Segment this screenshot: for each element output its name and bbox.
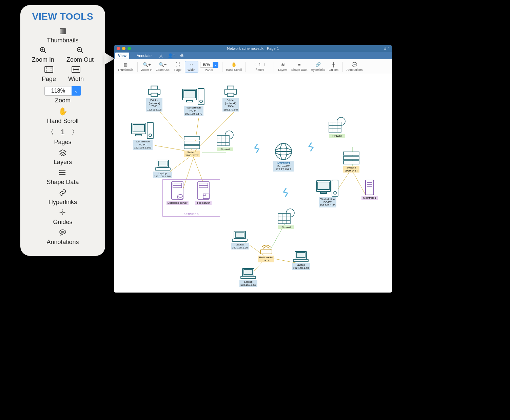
print-icon[interactable]: 🖶 — [180, 53, 184, 58]
svg-rect-54 — [136, 135, 142, 136]
node-internet[interactable]: INTERNET Server-PT172.17.197.2 — [273, 142, 294, 172]
svg-rect-109 — [260, 250, 272, 254]
printer-icon — [146, 84, 162, 98]
node-laptop-4[interactable]: Laptop192.168.1.68 — [292, 251, 310, 270]
tb-layers-button[interactable]: ≋ Layers — [276, 61, 290, 72]
switch-icon — [183, 135, 200, 150]
node-laptop-3[interactable]: Laptop192.168.1.67 — [239, 267, 257, 287]
fit-page-icon: ⛶ — [176, 62, 180, 67]
zoom-out-icon — [75, 46, 85, 54]
tb-zoom-in-button[interactable]: 🔍+ Zoom In — [140, 61, 154, 72]
guides-button[interactable]: Guides — [24, 208, 102, 226]
firewall-icon — [328, 117, 347, 134]
tb-hand-scroll-button[interactable]: ✋ Hand Scroll — [224, 61, 244, 72]
share-icon[interactable]: 👤⁺ — [168, 53, 175, 58]
tb-layers-label: Layers — [278, 68, 288, 72]
node-file-server[interactable]: File server — [195, 181, 212, 205]
node-mainframe[interactable]: Mainframe — [361, 179, 378, 200]
tb-hyperlinks-button[interactable]: 🔗 Hyperlinks — [309, 61, 327, 72]
zoom-dropdown-button[interactable]: ⌄ — [72, 86, 81, 96]
node-label: WorkstationPC-PT192.168.1.172 — [184, 106, 203, 116]
hyperlinks-button[interactable]: Hyperlinks — [24, 188, 102, 206]
node-workstation-1[interactable]: WorkstationPC-PT192.168.1.172 — [182, 88, 205, 116]
page-next-button[interactable]: 〉 — [72, 127, 78, 137]
svg-line-1 — [44, 51, 46, 53]
workstation-icon — [316, 179, 339, 197]
svg-rect-53 — [133, 124, 144, 132]
svg-rect-67 — [158, 161, 167, 166]
node-firewall-bottom[interactable]: Firewall — [277, 208, 296, 229]
node-label: Printer(network)7954192.172.5.8 — [222, 98, 239, 112]
svg-point-8 — [46, 68, 47, 68]
zoom-out-button[interactable]: Zoom Out — [66, 46, 94, 63]
pages-label: Pages — [54, 139, 71, 146]
tb-shape-data-button[interactable]: ≡ Shape Data — [290, 61, 309, 72]
node-label: Laptop192.168.1.68 — [292, 263, 310, 270]
tb-zoom-group: ⌄ Zoom — [198, 61, 220, 73]
svg-rect-45 — [184, 91, 195, 98]
fit-width-button[interactable]: Width — [68, 65, 84, 83]
node-firewall-right[interactable]: Firewall — [328, 117, 347, 138]
canvas[interactable]: Printer (network) 7960 192.168.2.8 Works… — [114, 74, 392, 293]
thumbnails-icon: ▥ — [123, 62, 128, 67]
node-switch-1[interactable]: Switch12960-24TT — [183, 135, 200, 157]
svg-line-5 — [81, 51, 83, 53]
svg-rect-115 — [241, 276, 256, 279]
tab-annotate[interactable]: Annotate — [134, 53, 154, 59]
tb-guides-button[interactable]: ┼ Guides — [327, 61, 340, 72]
node-laptop-2[interactable]: Laptop192.168.1.66 — [231, 230, 249, 249]
fit-page-icon — [44, 65, 54, 74]
laptop-icon — [292, 251, 309, 263]
node-database-server[interactable]: Database server — [166, 181, 189, 205]
node-label: Radiorouter2811 — [258, 256, 274, 262]
node-workstation-3[interactable]: WorkstationPC-PT192.168.1.35 — [316, 179, 339, 207]
servers-group-label: SERVERS — [163, 213, 220, 216]
node-radiorouter[interactable]: Radiorouter2811 — [258, 244, 274, 262]
svg-rect-93 — [320, 192, 327, 194]
page-prev-button[interactable]: 〈 — [47, 127, 54, 137]
hand-scroll-button[interactable]: ✋ Hand Scroll — [24, 107, 102, 125]
node-laptop-1[interactable]: Laptop192.168.1.164 — [153, 159, 172, 178]
tb-zoom-dropdown-button[interactable]: ⌄ — [213, 62, 218, 68]
tb-fit-page-button[interactable]: ⛶ Page — [171, 61, 185, 72]
tb-pages-label: Pages — [255, 68, 264, 71]
node-printer-1[interactable]: Printer (network) 7960 192.168.2.8 — [146, 84, 162, 112]
node-switch-2[interactable]: Switch22960-24TT — [343, 151, 360, 173]
app-window: Network scheme.vsdx - Page-1 ☺ ˇ View An… — [114, 45, 392, 293]
feedback-button[interactable]: ☺ ˇ — [383, 46, 389, 51]
thumbnails-button[interactable]: ▥ Thumbnails — [24, 27, 102, 44]
server-icon — [196, 181, 211, 201]
laptop-icon — [154, 159, 171, 171]
node-firewall-center[interactable]: Firewall — [216, 130, 235, 151]
layers-button[interactable]: Layers — [24, 148, 102, 166]
workstation-icon — [131, 122, 155, 139]
tb-zoom-out-button[interactable]: 🔍− Zoom Out — [154, 61, 171, 72]
node-workstation-2[interactable]: WorkstationPC-PT192.168.1.163 — [131, 122, 155, 150]
tb-annotations-button[interactable]: 💬 Annotations — [345, 61, 365, 72]
svg-rect-59 — [184, 145, 200, 149]
zoom-in-label: Zoom In — [32, 56, 54, 63]
chevron-down-icon: ⌄ — [214, 63, 217, 66]
annotations-button[interactable]: Annotations — [24, 228, 102, 246]
node-label: Printer (network) 7960 192.168.2.8 — [146, 98, 162, 112]
person-icon[interactable]: 人 — [159, 53, 163, 59]
tb-fit-width-button[interactable]: ↔ Width — [185, 61, 198, 73]
tb-zoom-input[interactable] — [200, 62, 213, 68]
fit-page-button[interactable]: Page — [42, 65, 56, 83]
switch-icon — [343, 151, 360, 165]
annotations-label: Annotations — [46, 239, 79, 246]
shape-data-button[interactable]: Shape Data — [24, 168, 102, 186]
tb-thumbnails-button[interactable]: ▥ Thumbnails — [116, 61, 135, 72]
node-label: Firewall — [329, 134, 345, 138]
svg-rect-101 — [278, 214, 290, 224]
guides-label: Guides — [53, 219, 72, 226]
zoom-in-button[interactable]: Zoom In — [32, 46, 54, 63]
node-label: Firewall — [217, 147, 233, 151]
tb-page-next-button[interactable]: 〉 — [263, 62, 267, 67]
tb-page-prev-button[interactable]: 〈 — [252, 62, 256, 67]
svg-rect-114 — [244, 269, 253, 275]
tab-view[interactable]: View — [115, 53, 129, 59]
svg-rect-61 — [217, 136, 229, 146]
zoom-input[interactable] — [44, 86, 72, 96]
node-printer-2[interactable]: Printer(network)7954192.172.5.8 — [222, 84, 239, 112]
